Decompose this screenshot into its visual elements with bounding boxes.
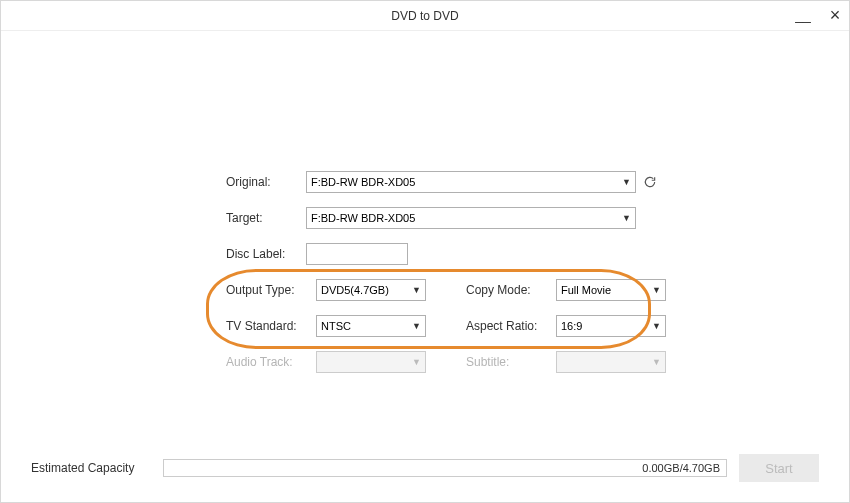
target-select[interactable]: F:BD-RW BDR-XD05 ▼ bbox=[306, 207, 636, 229]
original-value: F:BD-RW BDR-XD05 bbox=[311, 176, 415, 188]
label-aspect-ratio: Aspect Ratio: bbox=[466, 319, 556, 333]
disc-label-input[interactable] bbox=[306, 243, 408, 265]
label-target: Target: bbox=[226, 211, 306, 225]
label-audio-track: Audio Track: bbox=[226, 355, 316, 369]
output-type-select[interactable]: DVD5(4.7GB) ▼ bbox=[316, 279, 426, 301]
capacity-label: Estimated Capacity bbox=[31, 461, 151, 475]
chevron-down-icon: ▼ bbox=[652, 321, 661, 331]
original-select[interactable]: F:BD-RW BDR-XD05 ▼ bbox=[306, 171, 636, 193]
capacity-text: 0.00GB/4.70GB bbox=[642, 462, 720, 474]
start-button-label: Start bbox=[765, 461, 792, 476]
chevron-down-icon: ▼ bbox=[412, 357, 421, 367]
row-output-copy: Output Type: DVD5(4.7GB) ▼ Copy Mode: Fu… bbox=[226, 279, 676, 301]
refresh-icon bbox=[643, 175, 657, 189]
form-area: Original: F:BD-RW BDR-XD05 ▼ Target: F:B… bbox=[226, 171, 676, 387]
refresh-button[interactable] bbox=[642, 174, 658, 190]
label-output-type: Output Type: bbox=[226, 283, 316, 297]
label-subtitle: Subtitle: bbox=[466, 355, 556, 369]
start-button[interactable]: Start bbox=[739, 454, 819, 482]
capacity-progress: 0.00GB/4.70GB bbox=[163, 459, 727, 477]
copy-mode-select[interactable]: Full Movie ▼ bbox=[556, 279, 666, 301]
row-disc-label: Disc Label: bbox=[226, 243, 676, 265]
label-disc-label: Disc Label: bbox=[226, 247, 306, 261]
aspect-ratio-value: 16:9 bbox=[561, 320, 582, 332]
audio-track-select: ▼ bbox=[316, 351, 426, 373]
chevron-down-icon: ▼ bbox=[652, 357, 661, 367]
content-area: Original: F:BD-RW BDR-XD05 ▼ Target: F:B… bbox=[1, 31, 849, 502]
chevron-down-icon: ▼ bbox=[412, 285, 421, 295]
row-original: Original: F:BD-RW BDR-XD05 ▼ bbox=[226, 171, 676, 193]
close-button[interactable]: × bbox=[827, 8, 843, 24]
chevron-down-icon: ▼ bbox=[412, 321, 421, 331]
row-audio-subtitle: Audio Track: ▼ Subtitle: ▼ bbox=[226, 351, 676, 373]
output-type-value: DVD5(4.7GB) bbox=[321, 284, 389, 296]
label-original: Original: bbox=[226, 175, 306, 189]
chevron-down-icon: ▼ bbox=[622, 213, 631, 223]
tv-standard-select[interactable]: NTSC ▼ bbox=[316, 315, 426, 337]
titlebar: DVD to DVD __ × bbox=[1, 1, 849, 31]
subtitle-select: ▼ bbox=[556, 351, 666, 373]
copy-mode-value: Full Movie bbox=[561, 284, 611, 296]
label-copy-mode: Copy Mode: bbox=[466, 283, 556, 297]
minimize-button[interactable]: __ bbox=[795, 8, 811, 24]
tv-standard-value: NTSC bbox=[321, 320, 351, 332]
app-window: DVD to DVD __ × Original: F:BD-RW BDR-XD… bbox=[0, 0, 850, 503]
window-controls: __ × bbox=[795, 1, 843, 31]
row-target: Target: F:BD-RW BDR-XD05 ▼ bbox=[226, 207, 676, 229]
row-tv-aspect: TV Standard: NTSC ▼ Aspect Ratio: 16:9 ▼ bbox=[226, 315, 676, 337]
label-tv-standard: TV Standard: bbox=[226, 319, 316, 333]
target-value: F:BD-RW BDR-XD05 bbox=[311, 212, 415, 224]
chevron-down-icon: ▼ bbox=[652, 285, 661, 295]
aspect-ratio-select[interactable]: 16:9 ▼ bbox=[556, 315, 666, 337]
chevron-down-icon: ▼ bbox=[622, 177, 631, 187]
window-title: DVD to DVD bbox=[391, 9, 458, 23]
bottom-bar: Estimated Capacity 0.00GB/4.70GB Start bbox=[1, 454, 849, 482]
